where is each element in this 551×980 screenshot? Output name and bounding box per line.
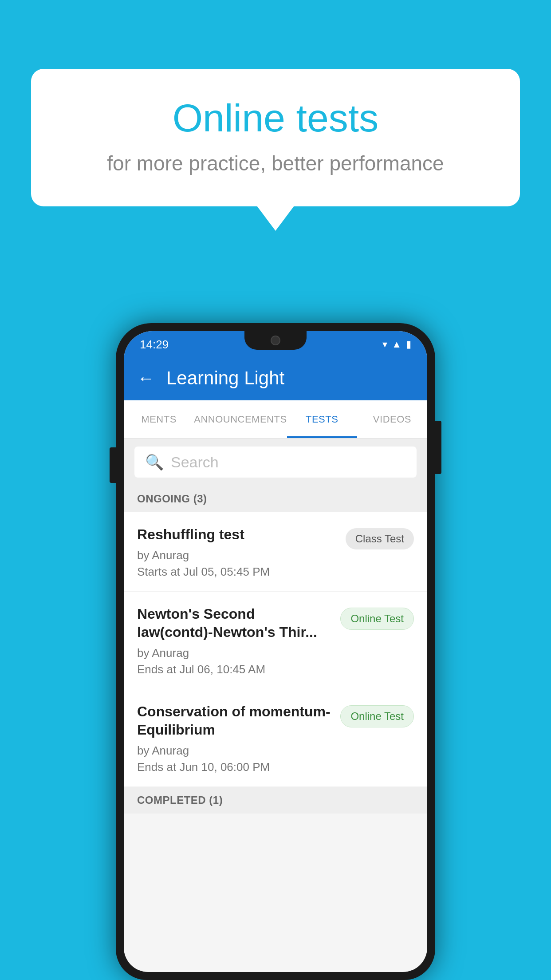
test-by-2: by Anurag xyxy=(137,646,331,660)
test-name-1: Reshuffling test xyxy=(137,526,337,544)
test-time-2: Ends at Jul 06, 10:45 AM xyxy=(137,663,331,676)
phone-inner: 14:29 ▾ ▲ ▮ ← Learning Light MENTS ANNOU… xyxy=(124,331,427,972)
search-container: 🔍 Search xyxy=(124,439,427,486)
test-item[interactable]: Reshuffling test by Anurag Starts at Jul… xyxy=(124,512,427,592)
test-by-1: by Anurag xyxy=(137,549,337,562)
search-icon: 🔍 xyxy=(145,453,164,471)
battery-icon: ▮ xyxy=(406,339,411,350)
test-badge-1: Class Test xyxy=(346,528,414,549)
tab-assignments[interactable]: MENTS xyxy=(124,400,194,438)
test-item[interactable]: Newton's Second law(contd)-Newton's Thir… xyxy=(124,592,427,689)
bubble-subtitle: for more practice, better performance xyxy=(67,151,484,175)
test-by-3: by Anurag xyxy=(137,744,331,758)
test-item[interactable]: Conservation of momentum-Equilibrium by … xyxy=(124,689,427,787)
back-arrow-icon[interactable]: ← xyxy=(137,368,155,388)
tab-bar: MENTS ANNOUNCEMENTS TESTS VIDEOS xyxy=(124,400,427,439)
test-info-2: Newton's Second law(contd)-Newton's Thir… xyxy=(137,605,340,676)
app-title: Learning Light xyxy=(166,368,284,389)
test-list: Reshuffling test by Anurag Starts at Jul… xyxy=(124,512,427,787)
test-info-3: Conservation of momentum-Equilibrium by … xyxy=(137,703,340,774)
ongoing-section-header: ONGOING (3) xyxy=(124,486,427,512)
app-header: ← Learning Light xyxy=(124,356,427,400)
completed-section-header: COMPLETED (1) xyxy=(124,787,427,814)
test-info-1: Reshuffling test by Anurag Starts at Jul… xyxy=(137,526,346,579)
bubble-title: Online tests xyxy=(67,95,484,141)
wifi-icon: ▾ xyxy=(382,339,387,350)
test-name-3: Conservation of momentum-Equilibrium xyxy=(137,703,331,739)
tab-announcements[interactable]: ANNOUNCEMENTS xyxy=(194,400,287,438)
test-time-1: Starts at Jul 05, 05:45 PM xyxy=(137,565,337,579)
phone-notch xyxy=(244,331,307,350)
tab-tests[interactable]: TESTS xyxy=(287,400,357,438)
status-icons: ▾ ▲ ▮ xyxy=(382,339,411,350)
notch-camera xyxy=(271,336,280,345)
search-bar[interactable]: 🔍 Search xyxy=(134,447,417,478)
test-badge-2: Online Test xyxy=(340,608,414,630)
phone-outer: 14:29 ▾ ▲ ▮ ← Learning Light MENTS ANNOU… xyxy=(116,323,435,980)
search-placeholder: Search xyxy=(171,454,219,471)
status-time: 14:29 xyxy=(140,338,169,352)
tab-videos[interactable]: VIDEOS xyxy=(357,400,427,438)
test-name-2: Newton's Second law(contd)-Newton's Thir… xyxy=(137,605,331,642)
test-time-3: Ends at Jun 10, 06:00 PM xyxy=(137,760,331,774)
signal-icon: ▲ xyxy=(392,339,401,350)
test-badge-3: Online Test xyxy=(340,705,414,727)
phone-frame: 14:29 ▾ ▲ ▮ ← Learning Light MENTS ANNOU… xyxy=(116,323,435,980)
promo-bubble: Online tests for more practice, better p… xyxy=(31,69,520,206)
bubble-card: Online tests for more practice, better p… xyxy=(31,69,520,206)
